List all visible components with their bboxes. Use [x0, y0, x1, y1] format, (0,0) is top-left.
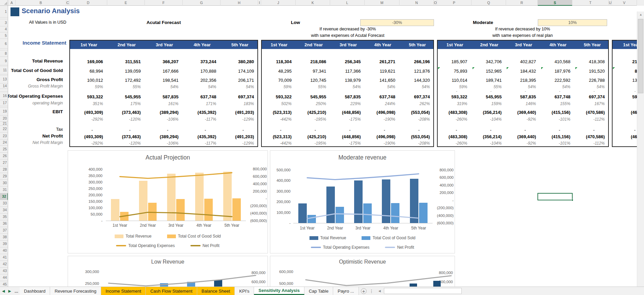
cell-actual-ebit_margin-2[interactable]: -106% [145, 116, 183, 122]
row-header-5[interactable]: 5 [0, 32, 8, 39]
sheet-tab-dashboard[interactable]: Dashboard [20, 287, 50, 295]
cell-moderate-cogs-0[interactable]: 75,893 [438, 67, 472, 75]
chart-moderate_revenue[interactable]: Moderate revenue500,000400,000300,000200… [270, 150, 455, 253]
column-header-F[interactable]: F [145, 0, 183, 6]
scenario-moderate-label[interactable]: Moderate [473, 20, 493, 25]
cell-low-tax-2[interactable]: - [331, 126, 365, 133]
cell-low-opex-1[interactable]: 545,955 [296, 93, 331, 101]
cell-actual-opex-1[interactable]: 545,955 [108, 93, 146, 101]
cell-low-op_margin-0[interactable]: 502% [262, 101, 296, 107]
row-header-9[interactable]: 9 [0, 57, 8, 65]
cell-moderate-net_margin-2[interactable]: -92% [506, 140, 541, 146]
row-header-29[interactable]: 29 [0, 173, 8, 180]
row-header-11[interactable]: 11 [0, 66, 8, 74]
column-header-O[interactable]: O [434, 0, 437, 6]
cell-actual-ebit_margin-0[interactable]: -292% [70, 116, 108, 122]
cell-actual-net_margin-0[interactable]: -292% [70, 140, 108, 146]
cell-actual-r15-3[interactable] [183, 90, 221, 93]
cell-moderate-cogs-2[interactable]: 184,432 [506, 67, 541, 75]
cell-actual-opex-4[interactable]: 697,374 [221, 93, 258, 101]
row-label-gross_margin[interactable]: Gross Profit Margin [0, 83, 66, 89]
cell-actual-ebit-0[interactable]: (493,309) [70, 108, 108, 116]
row-header-32[interactable]: 32 [0, 193, 8, 200]
cell-low-opex-4[interactable]: 697,374 [400, 93, 434, 101]
cell-low-tax-3[interactable]: - [366, 126, 400, 133]
cell-moderate-tax-3[interactable]: - [541, 126, 575, 133]
cell-low-cogs-4[interactable]: 121,876 [400, 67, 434, 75]
scenario-low-percent-input[interactable]: -30% [360, 19, 434, 26]
column-header-A[interactable]: A [8, 0, 16, 6]
cell-actual-op_margin-0[interactable]: 351% [70, 101, 108, 107]
cell-moderate-tax-4[interactable]: - [575, 126, 609, 133]
cell-moderate-gross_margin-3[interactable]: 54% [541, 84, 575, 90]
cell-moderate-op_margin-3[interactable]: 155% [541, 101, 575, 107]
column-header-C[interactable]: C [66, 0, 69, 6]
cell-actual-r15-1[interactable] [108, 90, 146, 93]
row-header-13[interactable]: 13 [0, 75, 8, 83]
units-note[interactable]: All Values is in USD [0, 20, 66, 25]
row-header-39[interactable]: 39 [0, 241, 8, 247]
row-header-36[interactable]: 36 [0, 220, 8, 227]
cell-moderate-net-3[interactable]: (415,156) [541, 133, 575, 140]
row-header-8[interactable]: 8 [0, 50, 8, 57]
column-header-S[interactable]: S [538, 0, 572, 6]
column-header-D[interactable]: D [69, 0, 107, 6]
cell-low-net-4[interactable]: (553,054) [400, 133, 434, 140]
cell-low-op_margin-3[interactable]: 244% [366, 101, 400, 107]
cell-moderate-gross-3[interactable]: 222,592 [541, 76, 575, 84]
cell-moderate-net_margin-0[interactable]: -260% [438, 140, 472, 146]
cell-actual-op_margin-2[interactable]: 161% [145, 101, 183, 107]
cell-low-revenue-1[interactable]: 218,086 [296, 57, 331, 66]
sheet-nav-ellipsis[interactable]: ... [13, 287, 20, 295]
cell-actual-ebit-2[interactable]: (389,294) [145, 108, 183, 116]
hscroll-thumb[interactable] [384, 288, 462, 294]
cell-actual-ebit_margin-3[interactable]: -117% [183, 116, 221, 122]
cell-actual-op_margin-1[interactable]: 175% [108, 101, 146, 107]
row-header-26[interactable]: 26 [0, 153, 8, 159]
cell-low-opex-0[interactable]: 593,322 [262, 93, 296, 101]
row-label-opex[interactable]: Total Operating Expenses [0, 92, 66, 100]
cell-moderate-opex-3[interactable]: 637,748 [541, 93, 575, 101]
cell-actual-gross-4[interactable]: 206,171 [221, 76, 258, 84]
cell-actual-ebit-4[interactable]: (491,203) [221, 108, 258, 116]
cell-moderate-gross_margin-0[interactable]: 59% [438, 84, 472, 90]
cell-low-ebit-3[interactable]: (496,098) [366, 108, 400, 116]
row-header-28[interactable]: 28 [0, 166, 8, 173]
cell-low-revenue-4[interactable]: 266,196 [400, 57, 434, 66]
column-header-K[interactable]: K [296, 0, 330, 6]
cell-low-gross-2[interactable]: 138,979 [331, 76, 365, 84]
cell-actual-tax-4[interactable]: - [221, 126, 258, 133]
vertical-scrollbar[interactable]: ▲ ▼ [637, 11, 644, 292]
cell-actual-gross-1[interactable]: 172,492 [108, 76, 146, 84]
cell-low-gross_margin-3[interactable]: 54% [366, 84, 400, 90]
cell-moderate-cogs-1[interactable]: 152,965 [472, 67, 507, 75]
row-header-37[interactable]: 37 [0, 227, 8, 234]
cell-actual-ebit_margin-1[interactable]: -120% [108, 116, 146, 122]
sheet-tab-cash-flow-statement[interactable]: Cash Flow Statement [146, 287, 197, 295]
cell-low-net_margin-2[interactable]: -175% [331, 140, 365, 146]
cell-moderate-ebit_margin-2[interactable]: -92% [506, 116, 541, 122]
cell-actual-op_margin-3[interactable]: 171% [183, 101, 221, 107]
row-header-24[interactable]: 24 [0, 140, 8, 146]
cell-moderate-ebit_margin-1[interactable]: -104% [472, 116, 507, 122]
cell-actual-net-4[interactable]: (491,203) [221, 133, 258, 140]
cell-actual-revenue-3[interactable]: 373,244 [183, 57, 221, 66]
row-header-22[interactable]: 22 [0, 126, 8, 132]
cell-actual-gross_margin-0[interactable]: 59% [70, 84, 108, 90]
table-actual[interactable]: 1st Year2nd Year3rd Year4th Year5th Year… [69, 40, 258, 147]
cell-low-ebit_margin-1[interactable]: -195% [296, 116, 331, 122]
cell-moderate-tax-1[interactable]: - [472, 126, 507, 133]
cell-low-net-0[interactable]: (523,313) [262, 133, 296, 140]
cell-moderate-opex-0[interactable]: 593,322 [438, 93, 472, 101]
row-header-33[interactable]: 33 [0, 200, 8, 207]
cell-moderate-net-4[interactable]: (470,586) [575, 133, 609, 140]
cell-low-revenue-0[interactable]: 118,304 [262, 57, 296, 66]
fill-handle[interactable] [571, 199, 573, 201]
cell-moderate-net_margin-1[interactable]: -104% [472, 140, 507, 146]
row-header-41[interactable]: 41 [0, 254, 8, 261]
column-header-H[interactable]: H [221, 0, 258, 6]
scenario-low-note-1[interactable]: If revenue decreased by -30% [280, 27, 415, 31]
row-header-21[interactable]: 21 [0, 122, 8, 126]
cell-actual-r15-4[interactable] [221, 90, 258, 93]
cell-moderate-net_margin-3[interactable]: -101% [541, 140, 575, 146]
